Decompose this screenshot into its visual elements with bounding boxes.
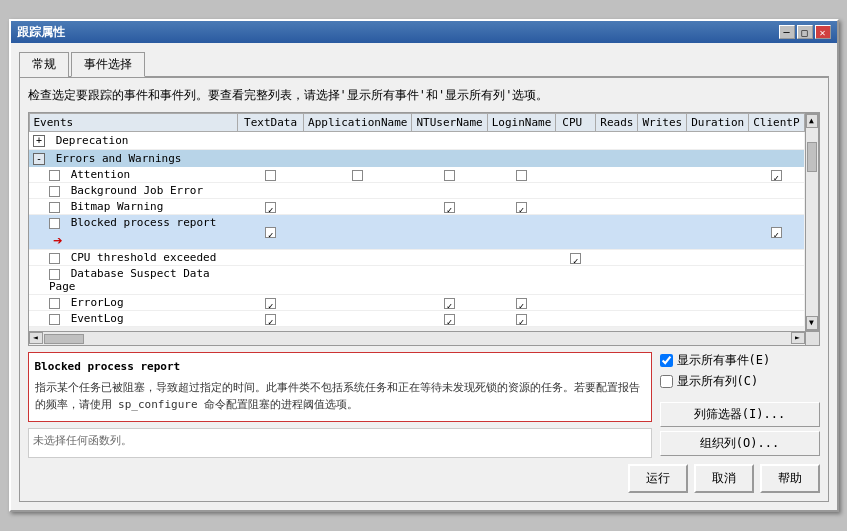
row-cb-bitmapwarning[interactable] bbox=[49, 202, 60, 213]
column-filter-button[interactable]: 列筛选器(I)... bbox=[660, 402, 820, 427]
bottom-buttons: 运行 取消 帮助 bbox=[28, 464, 820, 493]
show-all-cols-option: 显示所有列(C) bbox=[660, 373, 820, 390]
horizontal-scrollbar-area: ◄ ► bbox=[28, 332, 820, 346]
tab-general[interactable]: 常规 bbox=[19, 52, 69, 77]
arrow-indicator: ➔ bbox=[53, 231, 63, 250]
cb-eventlog-ntuser[interactable] bbox=[444, 314, 455, 325]
label-attention: Attention bbox=[71, 168, 131, 181]
cb-bitmapwarning-textdata[interactable] bbox=[265, 202, 276, 213]
cb-errorlog-ntuser[interactable] bbox=[444, 298, 455, 309]
cb-blocked-textdata[interactable] bbox=[265, 227, 276, 238]
table-header-row: Events TextData ApplicationName NTUserNa… bbox=[29, 114, 804, 132]
corner-btn bbox=[805, 332, 819, 345]
label-blocked: Blocked process report bbox=[71, 216, 217, 229]
action-buttons: 列筛选器(I)... 组织列(O)... bbox=[660, 402, 820, 456]
run-button[interactable]: 运行 bbox=[628, 464, 688, 493]
expand-errors-warnings[interactable]: - bbox=[33, 153, 45, 165]
table-row-eventlog: EventLog bbox=[29, 311, 804, 327]
cb-bitmapwarning-ntuser[interactable] bbox=[444, 202, 455, 213]
expand-deprecation[interactable]: + bbox=[33, 135, 45, 147]
h-scroll-thumb[interactable] bbox=[44, 334, 84, 344]
minimize-button[interactable]: ─ bbox=[779, 25, 795, 39]
group-row-errors-warnings: - Errors and Warnings bbox=[29, 150, 804, 168]
cb-attention-login[interactable] bbox=[516, 170, 527, 181]
scroll-thumb[interactable] bbox=[807, 142, 817, 172]
cb-bitmapwarning-login[interactable] bbox=[516, 202, 527, 213]
cb-blocked-clientp[interactable] bbox=[771, 227, 782, 238]
tab-event-selection[interactable]: 事件选择 bbox=[71, 52, 145, 77]
close-button[interactable]: ✕ bbox=[815, 25, 831, 39]
window-body: 常规 事件选择 检查选定要跟踪的事件和事件列。要查看完整列表，请选择'显示所有事… bbox=[11, 43, 837, 510]
right-bottom: 显示所有事件(E) 显示所有列(C) 列筛选器(I)... 组织列(O)... bbox=[660, 352, 820, 458]
col-header-appname: ApplicationName bbox=[304, 114, 412, 132]
col-header-ntusername: NTUserName bbox=[412, 114, 487, 132]
scroll-right-btn[interactable]: ► bbox=[791, 332, 805, 344]
group-row-deprecation: + Deprecation bbox=[29, 132, 804, 150]
table-row-bitmapwarning: Bitmap Warning bbox=[29, 199, 804, 215]
col-header-writes: Writes bbox=[638, 114, 687, 132]
scroll-up-btn[interactable]: ▲ bbox=[806, 114, 818, 128]
col-header-textdata: TextData bbox=[238, 114, 304, 132]
cb-attention-textdata[interactable] bbox=[265, 170, 276, 181]
title-controls: ─ □ ✕ bbox=[779, 25, 831, 39]
maximize-button[interactable]: □ bbox=[797, 25, 813, 39]
vertical-scrollbar[interactable]: ▲ ▼ bbox=[805, 113, 819, 331]
cb-eventlog-login[interactable] bbox=[516, 314, 527, 325]
bottom-section: Blocked process report 指示某个任务已被阻塞，导致超过指定… bbox=[28, 352, 820, 458]
group-label-errors-warnings: - Errors and Warnings bbox=[29, 150, 238, 168]
description-text: 检查选定要跟踪的事件和事件列。要查看完整列表，请选择'显示所有事件'和'显示所有… bbox=[28, 86, 820, 104]
window-title: 跟踪属性 bbox=[17, 24, 65, 41]
scroll-down-btn[interactable]: ▼ bbox=[806, 316, 818, 330]
scroll-track bbox=[806, 128, 818, 316]
row-cb-blocked[interactable] bbox=[49, 218, 60, 229]
row-cb-eventlog[interactable] bbox=[49, 314, 60, 325]
show-all-cols-label: 显示所有列(C) bbox=[677, 373, 759, 390]
table-area: Events TextData ApplicationName NTUserNa… bbox=[28, 112, 820, 332]
show-all-events-option: 显示所有事件(E) bbox=[660, 352, 820, 369]
main-window: 跟踪属性 ─ □ ✕ 常规 事件选择 检查选定要跟踪的事件和事件列。要查看完整列… bbox=[9, 19, 839, 512]
organize-columns-button[interactable]: 组织列(O)... bbox=[660, 431, 820, 456]
cb-errorlog-textdata[interactable] bbox=[265, 298, 276, 309]
tab-content: 检查选定要跟踪的事件和事件列。要查看完整列表，请选择'显示所有事件'和'显示所有… bbox=[19, 77, 829, 502]
table-scroll[interactable]: Events TextData ApplicationName NTUserNa… bbox=[29, 113, 805, 331]
info-box: Blocked process report 指示某个任务已被阻塞，导致超过指定… bbox=[28, 352, 652, 422]
left-bottom: Blocked process report 指示某个任务已被阻塞，导致超过指定… bbox=[28, 352, 652, 458]
label-eventlog: EventLog bbox=[71, 312, 124, 325]
cb-attention-appname[interactable] bbox=[352, 170, 363, 181]
show-all-events-label: 显示所有事件(E) bbox=[677, 352, 771, 369]
show-all-cols-checkbox[interactable] bbox=[660, 375, 673, 388]
col-header-loginname: LoginName bbox=[487, 114, 556, 132]
row-cb-attention[interactable] bbox=[49, 170, 60, 181]
row-cb-errorlog[interactable] bbox=[49, 298, 60, 309]
info-box-title: Blocked process report bbox=[35, 359, 645, 376]
cb-errorlog-login[interactable] bbox=[516, 298, 527, 309]
col-header-cpu: CPU bbox=[556, 114, 596, 132]
row-cb-cputhreshold[interactable] bbox=[49, 253, 60, 264]
table-row-bgjoberror: Background Job Error bbox=[29, 183, 804, 199]
row-cb-dbsuspect[interactable] bbox=[49, 269, 60, 280]
selected-cols-box: 未选择任何函数列。 bbox=[28, 428, 652, 458]
cancel-button[interactable]: 取消 bbox=[694, 464, 754, 493]
deprecation-label: Deprecation bbox=[56, 134, 129, 147]
help-button[interactable]: 帮助 bbox=[760, 464, 820, 493]
cb-eventlog-textdata[interactable] bbox=[265, 314, 276, 325]
table-row-errorlog: ErrorLog bbox=[29, 295, 804, 311]
show-all-events-checkbox[interactable] bbox=[660, 354, 673, 367]
label-bitmapwarning: Bitmap Warning bbox=[71, 200, 164, 213]
cb-attention-ntuser[interactable] bbox=[444, 170, 455, 181]
label-dbsuspect: Database Suspect Data Page bbox=[49, 267, 210, 293]
events-table: Events TextData ApplicationName NTUserNa… bbox=[29, 113, 805, 327]
label-errorlog: ErrorLog bbox=[71, 296, 124, 309]
col-header-duration: Duration bbox=[687, 114, 749, 132]
scroll-left-btn[interactable]: ◄ bbox=[29, 332, 43, 344]
tab-bar: 常规 事件选择 bbox=[19, 51, 829, 77]
label-bgjoberror: Background Job Error bbox=[71, 184, 203, 197]
cb-attention-clientp[interactable] bbox=[771, 170, 782, 181]
row-cb-bgjoberror[interactable] bbox=[49, 186, 60, 197]
title-bar: 跟踪属性 ─ □ ✕ bbox=[11, 21, 837, 43]
group-label-deprecation: + Deprecation bbox=[29, 132, 238, 150]
info-box-text: 指示某个任务已被阻塞，导致超过指定的时间。此事件类不包括系统任务和正在等待未发现… bbox=[35, 379, 645, 414]
col-header-events: Events bbox=[29, 114, 238, 132]
label-cputhreshold: CPU threshold exceeded bbox=[71, 251, 217, 264]
cb-cputhreshold-cpu[interactable] bbox=[570, 253, 581, 264]
